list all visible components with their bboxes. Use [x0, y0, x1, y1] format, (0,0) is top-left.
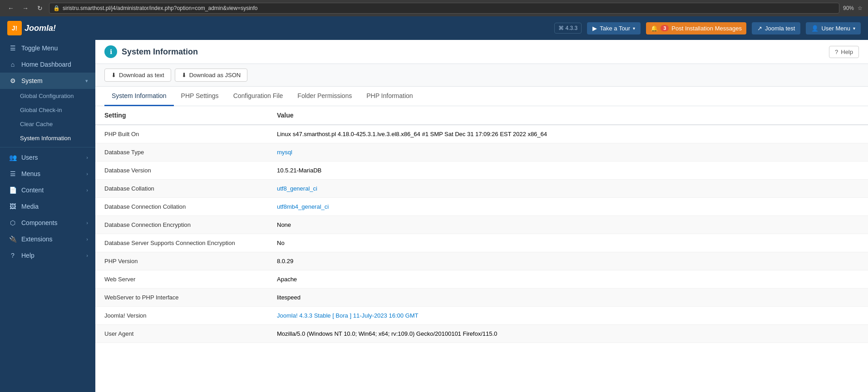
help-button[interactable]: ? Help: [829, 46, 859, 58]
browser-forward-button[interactable]: →: [20, 3, 31, 14]
browser-bookmark-icon: ☆: [858, 5, 863, 11]
table-cell-value: Mozilla/5.0 (Windows NT 10.0; Win64; x64…: [268, 325, 868, 343]
content-label: Content: [21, 186, 82, 194]
tour-icon: ▶: [592, 25, 597, 32]
table-cell-setting: Database Type: [95, 143, 268, 162]
sidebar-item-home[interactable]: ⌂ Home Dashboard: [0, 56, 95, 73]
tab-folder-permissions[interactable]: Folder Permissions: [290, 87, 359, 106]
version-badge: ⌘ 4.3.3: [554, 23, 582, 34]
table-cell-value: mysql: [268, 143, 868, 162]
help-btn-label: Help: [841, 49, 853, 55]
extensions-icon: 🔌: [9, 235, 17, 243]
sidebar-item-system-info[interactable]: System Information: [0, 131, 95, 145]
user-menu-button[interactable]: 👤 User Menu ▾: [806, 22, 861, 34]
system-info-table: Setting Value PHP Built OnLinux s47.smar…: [95, 106, 868, 343]
sidebar-item-clear-cache[interactable]: Clear Cache: [0, 117, 95, 131]
take-tour-label: Take a Tour: [600, 25, 630, 32]
app-container: ☰ Toggle Menu ⌂ Home Dashboard ⚙ System …: [0, 40, 868, 392]
media-icon: 🖼: [9, 203, 17, 210]
browser-zoom: 90%: [843, 5, 854, 11]
user-icon: 👤: [811, 25, 819, 32]
sidebar-item-users[interactable]: 👥 Users ›: [0, 149, 95, 166]
system-icon: ⚙: [9, 77, 17, 84]
page-header-icon: ℹ: [104, 45, 117, 58]
system-chevron-icon: ▾: [85, 78, 88, 84]
notif-count: 3: [661, 25, 669, 31]
table-row: User AgentMozilla/5.0 (Windows NT 10.0; …: [95, 325, 868, 343]
table-cell-value: 8.0.29: [268, 252, 868, 270]
post-install-label: Post Installation Messages: [671, 25, 742, 32]
sidebar-divider-1: [0, 147, 95, 147]
take-tour-button[interactable]: ▶ Take a Tour ▾: [587, 22, 641, 34]
browser-bar: ← → ↻ 🔒 siristru.smarthost.pl/j4/adminis…: [0, 0, 868, 16]
table-cell-setting: User Agent: [95, 325, 268, 343]
browser-back-button[interactable]: ←: [5, 3, 16, 14]
logo-letter: J!: [12, 24, 17, 32]
table-cell-value: utf8_general_ci: [268, 180, 868, 198]
tab-system-information-label: System Information: [112, 92, 167, 99]
tab-php-information-label: PHP Information: [366, 92, 413, 99]
sidebar-item-system[interactable]: ⚙ System ▾: [0, 73, 95, 89]
global-config-label: Global Configuration: [20, 93, 74, 99]
menus-label: Menus: [21, 170, 82, 177]
tab-system-information[interactable]: System Information: [104, 87, 174, 106]
download-json-button[interactable]: ⬇ Download as JSON: [175, 69, 247, 82]
download-text-button[interactable]: ⬇ Download as text: [104, 69, 171, 82]
global-checkin-label: Global Check-in: [20, 107, 62, 113]
main-content: ℹ System Information ? Help ⬇ Download a…: [95, 40, 868, 392]
table-row: Database Typemysql: [95, 143, 868, 162]
help-chevron-icon: ›: [86, 253, 88, 258]
hamburger-icon: ☰: [9, 44, 17, 52]
browser-refresh-button[interactable]: ↻: [35, 3, 45, 14]
table-cell-setting: Database Collation: [95, 180, 268, 198]
table-row: Database Connection Collationutf8mb4_gen…: [95, 198, 868, 216]
sidebar-item-media[interactable]: 🖼 Media: [0, 198, 95, 215]
table-cell-setting: PHP Built On: [95, 125, 268, 143]
table-row: PHP Version8.0.29: [95, 252, 868, 270]
page-header: ℹ System Information ? Help: [95, 40, 868, 64]
info-icon: ℹ: [110, 48, 112, 55]
table-cell-value: None: [268, 216, 868, 234]
help-question-icon: ?: [835, 49, 838, 55]
extensions-label: Extensions: [21, 235, 82, 243]
sidebar-item-extensions[interactable]: 🔌 Extensions ›: [0, 231, 95, 247]
help-sidebar-label: Help: [21, 252, 82, 259]
components-label: Components: [21, 219, 82, 226]
tab-configuration-file[interactable]: Configuration File: [226, 87, 291, 106]
users-chevron-icon: ›: [86, 155, 88, 160]
download-json-label: Download as JSON: [189, 72, 241, 78]
tab-php-information[interactable]: PHP Information: [359, 87, 420, 106]
table-cell-setting: PHP Version: [95, 252, 268, 270]
table-row: Joomla! VersionJoomla! 4.3.3 Stable [ Bo…: [95, 307, 868, 325]
post-install-button[interactable]: 🔔 3 Post Installation Messages: [646, 22, 746, 34]
table-container: Setting Value PHP Built OnLinux s47.smar…: [95, 106, 868, 392]
sidebar-item-help[interactable]: ? Help ›: [0, 247, 95, 264]
browser-url-text: siristru.smarthost.pl/j4/administrator/i…: [63, 5, 258, 11]
sidebar-item-global-config[interactable]: Global Configuration: [0, 89, 95, 103]
joomla-test-label: Joomla test: [765, 25, 795, 32]
download-json-icon: ⬇: [182, 72, 187, 78]
sidebar-item-global-checkin[interactable]: Global Check-in: [0, 103, 95, 117]
toolbar: ⬇ Download as text ⬇ Download as JSON: [95, 64, 868, 87]
joomla-test-button[interactable]: ↗ Joomla test: [752, 22, 800, 34]
table-cell-setting: Database Version: [95, 162, 268, 180]
tour-chevron-icon: ▾: [633, 26, 635, 31]
table-row: Database Connection EncryptionNone: [95, 216, 868, 234]
top-nav: J! Joomla! ⌘ 4.3.3 ▶ Take a Tour ▾ 🔔 3 P…: [0, 16, 868, 40]
media-label: Media: [21, 203, 88, 210]
col-value: Value: [268, 106, 868, 125]
sidebar-item-content[interactable]: 📄 Content ›: [0, 182, 95, 198]
users-label: Users: [21, 154, 82, 161]
tab-php-settings[interactable]: PHP Settings: [174, 87, 226, 106]
browser-controls: 90% ☆: [843, 5, 863, 11]
help-icon: ?: [9, 252, 17, 259]
system-label: System: [21, 77, 81, 84]
table-cell-value: Apache: [268, 270, 868, 289]
external-link-icon: ↗: [757, 25, 762, 32]
sidebar-item-menus[interactable]: ☰ Menus ›: [0, 166, 95, 182]
content-chevron-icon: ›: [86, 187, 88, 193]
sidebar-item-toggle-menu[interactable]: ☰ Toggle Menu: [0, 40, 95, 56]
user-menu-chevron-icon: ▾: [853, 26, 855, 31]
components-icon: ⬡: [9, 219, 17, 226]
sidebar-item-components[interactable]: ⬡ Components ›: [0, 215, 95, 231]
